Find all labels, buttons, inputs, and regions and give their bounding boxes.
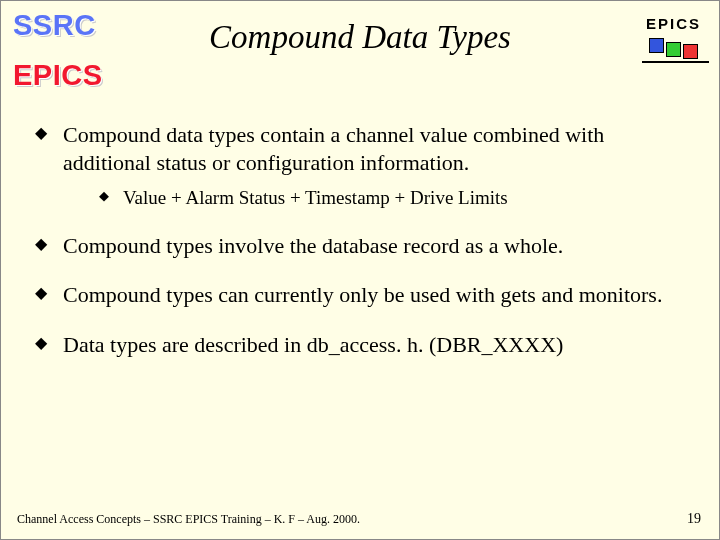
slide: SSRC EPICS Compound Data Types EPICS Com… [0,0,720,540]
epics-square-blue [649,38,664,53]
epics-square-red [683,44,698,59]
footer-text: Channel Access Concepts – SSRC EPICS Tra… [17,512,360,527]
slide-title: Compound Data Types [1,19,719,56]
bullet-text: Compound types involve the database reco… [63,233,563,258]
bullet-text: Data types are described in db_access. h… [63,332,563,357]
sub-bullet-item: Value + Alarm Status + Timestamp + Drive… [99,186,689,210]
sub-bullet-text: Value + Alarm Status + Timestamp + Drive… [123,187,508,208]
bullet-item: Compound types involve the database reco… [35,232,689,260]
epics-logo-right: EPICS [646,15,701,51]
bullet-text: Compound types can currently only be use… [63,282,662,307]
bullet-item: Compound types can currently only be use… [35,281,689,309]
epics-square-green [666,42,681,57]
sub-bullet-list: Value + Alarm Status + Timestamp + Drive… [99,186,689,210]
bullet-list: Compound data types contain a channel va… [35,121,689,358]
bullet-item: Compound data types contain a channel va… [35,121,689,210]
bullet-item: Data types are described in db_access. h… [35,331,689,359]
page-number: 19 [687,511,701,527]
epics-logo-squares [646,36,701,51]
content-area: Compound data types contain a channel va… [35,121,689,380]
epics-logo-left: EPICS [13,59,103,92]
bullet-text: Compound data types contain a channel va… [63,122,604,175]
epics-right-label: EPICS [646,15,701,32]
epics-logo-line [642,61,709,63]
